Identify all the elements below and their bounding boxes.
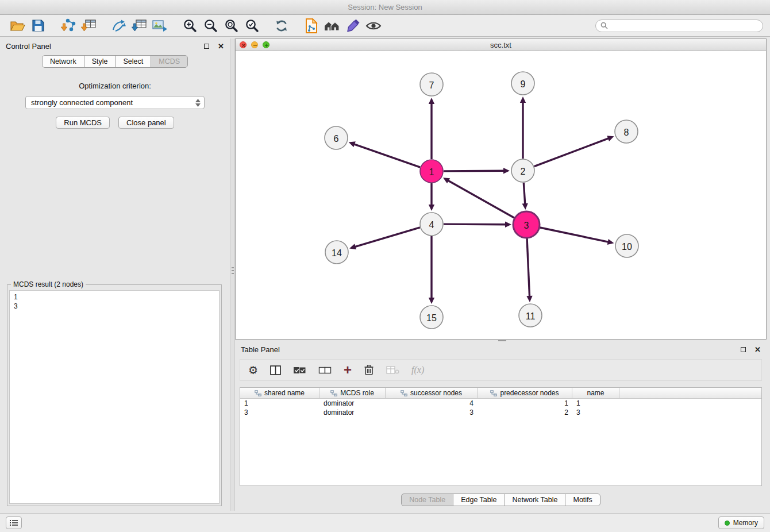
network-canvas[interactable]: 7968124314101511 [236, 51, 766, 339]
clear-table-icon [386, 365, 399, 375]
tab-node-table[interactable]: Node Table [401, 494, 453, 506]
tab-network-table[interactable]: Network Table [505, 494, 566, 506]
table-cell[interactable]: 3 [240, 408, 319, 417]
import-network-icon[interactable] [57, 17, 78, 35]
import-table-icon[interactable] [78, 17, 99, 35]
table-header-row: shared name MCDS role successor nodes pr… [240, 388, 761, 399]
zoom-fit-icon[interactable] [221, 17, 241, 35]
table-body[interactable]: 1dominator4113dominator323 [240, 399, 761, 485]
save-session-icon[interactable] [28, 17, 48, 35]
node-label: 11 [526, 311, 536, 321]
graph-edge[interactable] [355, 228, 420, 247]
mcds-result-list[interactable]: 1 3 [9, 290, 220, 504]
node-label: 7 [429, 80, 434, 90]
graph-edge[interactable] [534, 138, 609, 166]
node-label: 6 [334, 134, 339, 144]
vertical-splitter[interactable] [230, 38, 235, 511]
memory-button[interactable]: Memory [718, 516, 764, 529]
column-header-mcds-role[interactable]: MCDS role [319, 388, 386, 398]
criterion-dropdown[interactable]: strongly connected component [25, 96, 205, 109]
column-header-name[interactable]: name [572, 388, 619, 398]
table-cell[interactable]: 4 [386, 399, 478, 407]
new-network-icon[interactable] [108, 17, 129, 35]
open-file-icon[interactable] [7, 17, 28, 35]
column-sort-icon [401, 390, 407, 396]
column-header-predecessor-nodes[interactable]: predecessor nodes [478, 388, 572, 398]
table-cell[interactable]: 1 [572, 399, 619, 407]
graph-edge[interactable] [540, 228, 609, 242]
float-panel-icon[interactable] [204, 44, 209, 49]
close-panel-icon[interactable]: ✕ [218, 43, 224, 50]
tab-network[interactable]: Network [42, 55, 84, 68]
tab-style[interactable]: Style [84, 55, 116, 68]
delete-column-trash-icon[interactable] [364, 364, 374, 376]
table-cell[interactable]: 2 [478, 408, 572, 417]
column-label: MCDS role [340, 389, 374, 397]
search-box[interactable] [595, 20, 763, 32]
edge-arrowhead-icon [429, 205, 434, 211]
network-window-titlebar[interactable]: scc.txt [236, 39, 766, 51]
tab-motifs[interactable]: Motifs [565, 494, 600, 506]
create-column-icon[interactable]: + [344, 364, 352, 375]
function-builder-icon: f(x) [411, 365, 424, 375]
table-row[interactable]: 3dominator323 [240, 408, 761, 417]
select-all-columns-icon[interactable] [293, 366, 306, 375]
memory-label: Memory [733, 519, 758, 527]
close-panel-icon[interactable]: ✕ [754, 346, 761, 353]
zoom-out-icon[interactable] [200, 17, 221, 35]
graph-edge[interactable] [527, 238, 530, 297]
show-columns-icon[interactable] [270, 365, 281, 375]
column-label: predecessor nodes [500, 389, 559, 397]
table-cell[interactable]: 3 [386, 408, 478, 417]
tab-edge-table[interactable]: Edge Table [453, 494, 505, 506]
export-image-icon[interactable] [149, 17, 170, 35]
run-mcds-button[interactable]: Run MCDS [56, 117, 110, 129]
graph-edge[interactable] [353, 144, 420, 168]
edge-arrowhead-icon [522, 203, 528, 210]
table-cell[interactable]: 3 [572, 408, 619, 417]
window-minimize-icon[interactable] [251, 41, 258, 48]
graph-edge[interactable] [444, 171, 505, 171]
search-input[interactable] [611, 22, 758, 30]
column-header-shared-name[interactable]: shared name [240, 388, 319, 398]
table-cell[interactable]: dominator [319, 408, 386, 417]
table-row[interactable]: 1dominator411 [240, 399, 761, 408]
mcds-result-title: MCDS result (2 nodes) [11, 280, 86, 288]
app-titlebar[interactable]: Session: New Session [0, 0, 770, 15]
style-brush-icon[interactable] [342, 17, 363, 35]
edge-arrowhead-icon [429, 98, 434, 104]
node-label: 4 [429, 220, 434, 230]
home-icon[interactable] [322, 17, 342, 35]
export-table-icon[interactable] [129, 17, 149, 35]
deselect-all-columns-icon[interactable] [318, 366, 332, 375]
node-label: 10 [622, 242, 632, 252]
zoom-in-icon[interactable] [179, 17, 200, 35]
criterion-value: strongly connected component [31, 98, 133, 107]
graph-edge[interactable] [448, 180, 514, 218]
window-close-icon[interactable] [240, 41, 247, 48]
node-label: 3 [524, 221, 529, 230]
apply-layout-refresh-icon[interactable] [271, 17, 292, 35]
graph-edge[interactable] [444, 224, 506, 225]
search-icon [600, 22, 608, 29]
table-cell[interactable]: 1 [478, 399, 572, 407]
current-network-file-icon[interactable] [301, 17, 322, 35]
table-toolbar: ⚙ + f(x) [240, 359, 762, 381]
table-browser-tabs: Node Table Edge Table Network Table Moti… [235, 494, 767, 506]
tab-select[interactable]: Select [116, 55, 152, 68]
graph-edge[interactable] [523, 183, 525, 205]
table-settings-gear-icon[interactable]: ⚙ [248, 365, 258, 376]
eye-icon[interactable] [363, 17, 384, 35]
close-panel-button[interactable]: Close panel [118, 117, 174, 129]
column-header-successor-nodes[interactable]: successor nodes [386, 388, 478, 398]
float-panel-icon[interactable] [741, 347, 746, 352]
task-history-button[interactable] [6, 516, 22, 529]
zoom-selected-icon[interactable] [241, 17, 262, 35]
network-graph[interactable]: 7968124314101511 [236, 51, 766, 339]
table-cell[interactable]: 1 [240, 399, 319, 407]
node-label: 15 [426, 313, 437, 323]
column-header-filler [619, 388, 761, 398]
table-cell[interactable]: dominator [319, 399, 386, 407]
window-zoom-icon[interactable] [263, 41, 270, 48]
tab-mcds[interactable]: MCDS [151, 55, 188, 68]
